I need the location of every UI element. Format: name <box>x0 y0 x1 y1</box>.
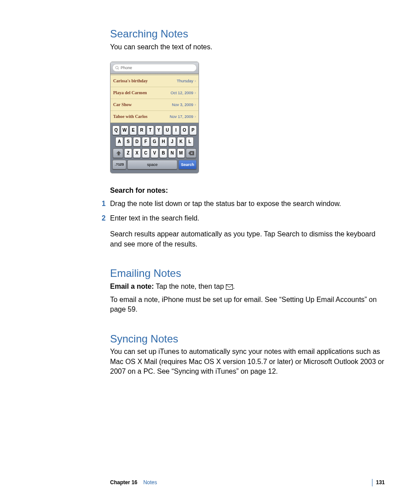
key: E <box>129 125 137 135</box>
key: R <box>138 125 145 135</box>
key: F <box>142 137 150 147</box>
page-number: 131 <box>372 479 385 486</box>
heading-searching-notes: Searching Notes <box>110 26 385 41</box>
list-item: Carissa's birthday Thursday› <box>111 75 199 87</box>
search-placeholder: Phone <box>121 65 132 71</box>
backspace-key-icon <box>186 148 196 158</box>
key: D <box>133 137 141 147</box>
key: N <box>168 148 176 158</box>
screenshot-notes-list: Carissa's birthday Thursday› Playa del C… <box>111 75 199 123</box>
key: M <box>177 148 185 158</box>
list-item: Tahoe with Carlos Nov 17, 2009› <box>111 111 199 123</box>
list-item: Car Show Nov 3, 2009› <box>111 99 199 111</box>
key: T <box>147 125 154 135</box>
note-title: Tahoe with Carlos <box>113 114 147 120</box>
heading-emailing-notes: Emailing Notes <box>110 266 385 281</box>
screenshot-search-field: Phone <box>112 64 197 72</box>
note-title: Playa del Carmen <box>113 90 147 96</box>
search-icon <box>115 66 119 70</box>
key: A <box>115 137 123 147</box>
footer-chapter: Chapter 16 Notes <box>110 479 157 486</box>
key: G <box>151 137 158 147</box>
list-item: Playa del Carmen Oct 12, 2009› <box>111 87 199 99</box>
chevron-right-icon: › <box>195 78 196 84</box>
after-steps-text: Search results appear automatically as y… <box>110 229 385 249</box>
syncing-body: You can set up iTunes to automatically s… <box>110 347 385 376</box>
numbers-key: .?123 <box>112 160 126 169</box>
screenshot-keyboard: Q W E R T Y U I O P A S D F G H <box>111 123 199 173</box>
key: W <box>121 125 128 135</box>
chapter-number: Chapter 16 <box>110 479 137 486</box>
key: Z <box>124 148 132 158</box>
chevron-right-icon: › <box>195 102 196 108</box>
step-text: Drag the note list down or tap the statu… <box>110 199 385 209</box>
email-lead-after: . <box>233 283 235 290</box>
note-date: Nov 17, 2009› <box>169 114 196 120</box>
email-lead-label: Email a note: <box>110 283 154 290</box>
key: X <box>133 148 141 158</box>
note-title: Carissa's birthday <box>113 78 148 84</box>
key: J <box>168 137 176 147</box>
key: L <box>186 137 194 147</box>
key: B <box>159 148 167 158</box>
chapter-name: Notes <box>143 479 157 486</box>
key: O <box>181 125 188 135</box>
emailing-body: To email a note, iPhone must be set up f… <box>110 295 385 315</box>
instructions-label: Search for notes: <box>110 186 385 195</box>
key: K <box>177 137 185 147</box>
note-date: Oct 12, 2009› <box>170 90 196 96</box>
key: Y <box>155 125 162 135</box>
note-title: Car Show <box>113 102 132 108</box>
key: U <box>163 125 171 135</box>
space-key: space <box>127 160 177 169</box>
key: I <box>172 125 180 135</box>
key: Q <box>112 125 120 135</box>
note-date: Nov 3, 2009› <box>172 102 196 108</box>
notes-app-screenshot: Phone Carissa's birthday Thursday› Playa… <box>110 62 199 173</box>
search-key: Search <box>178 160 197 169</box>
step-text: Enter text in the search field. <box>110 213 385 223</box>
key: P <box>189 125 197 135</box>
email-lead-before: Tap the note, then tap <box>154 283 226 290</box>
chevron-right-icon: › <box>195 114 196 120</box>
key: V <box>151 148 158 158</box>
key: S <box>124 137 132 147</box>
screenshot-search-bar: Phone <box>111 62 199 74</box>
step-number: 1 <box>98 199 106 209</box>
note-date: Thursday› <box>177 78 196 84</box>
chevron-right-icon: › <box>195 90 196 96</box>
intro-searching: You can search the text of notes. <box>110 42 385 52</box>
key: H <box>159 137 167 147</box>
heading-syncing-notes: Syncing Notes <box>110 331 385 346</box>
shift-key-icon <box>113 148 123 158</box>
mail-icon <box>226 283 233 292</box>
key: C <box>142 148 150 158</box>
step-number: 2 <box>98 213 106 223</box>
